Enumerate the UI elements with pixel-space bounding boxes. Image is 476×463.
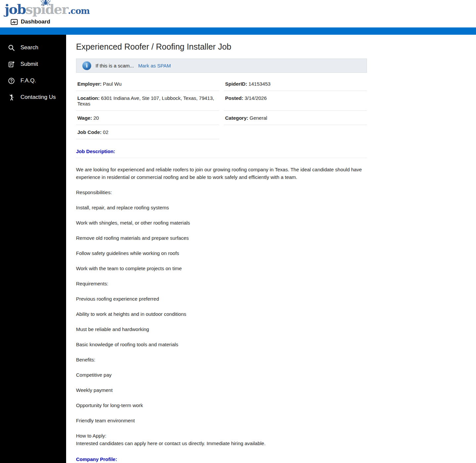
- sidebar-item-contact[interactable]: Contacting Us: [0, 89, 66, 105]
- job-description-paragraph: Responsibilities:: [76, 189, 367, 196]
- field-spiderid: SpiderID:14153453: [224, 77, 367, 91]
- field-employer: Employer:Paul Wu: [76, 77, 219, 91]
- submit-icon: [8, 61, 15, 68]
- field-category: Category:General: [224, 111, 367, 125]
- dashboard-label: Dashboard: [21, 19, 50, 25]
- job-description-paragraph: Install, repair, and replace roofing sys…: [76, 204, 367, 211]
- job-description-paragraph: Benefits:: [76, 356, 367, 363]
- sidebar-item-submit[interactable]: Submit: [0, 56, 66, 72]
- job-description-paragraph: How to Apply: Interested candidates can …: [76, 432, 367, 447]
- faq-icon: [8, 77, 15, 84]
- job-description-paragraph: Requirements:: [76, 280, 367, 287]
- sidebar-item-search[interactable]: Search: [0, 39, 66, 56]
- job-description-paragraph: Remove old roofing materials and prepare…: [76, 234, 367, 242]
- dashboard-icon: [11, 19, 18, 25]
- job-description-paragraph: Friendly team environment: [76, 417, 367, 424]
- field-posted: Posted:3/14/2026: [224, 91, 367, 111]
- main-content: Experienced Roofer / Roofing Installer J…: [66, 35, 476, 463]
- logo-text-com: .com: [68, 6, 90, 16]
- scam-text: If this is a scam...: [96, 63, 134, 68]
- sidebar-item-label: Search: [20, 44, 38, 51]
- accent-bar: [0, 27, 476, 35]
- job-description-paragraph: Work with shingles, metal, or other roof…: [76, 219, 367, 227]
- field-wage: Wage:20: [76, 111, 219, 125]
- contact-icon: [8, 94, 15, 101]
- sidebar-item-faq[interactable]: F.A.Q.: [0, 72, 66, 89]
- spider-icon: [41, 0, 51, 6]
- job-description-paragraph: Competitive pay: [76, 371, 367, 379]
- job-description-paragraph: Basic knowledge of roofing tools and mat…: [76, 341, 367, 348]
- sidebar: Search Submit: [0, 35, 66, 463]
- field-empty: [224, 125, 367, 139]
- job-description-paragraph: Weekly payment: [76, 386, 367, 394]
- search-icon: [8, 44, 15, 51]
- dashboard-link[interactable]: Dashboard: [11, 19, 50, 25]
- logo-text-job: job: [5, 1, 25, 17]
- job-description-paragraph: Work with the team to complete projects …: [76, 265, 367, 272]
- job-fields: Employer:Paul Wu SpiderID:14153453 Locat…: [76, 77, 367, 139]
- job-description-heading: Job Description:: [76, 148, 367, 154]
- scam-banner: i If this is a scam... Mark as SPAM: [76, 59, 367, 73]
- job-description-paragraph: Follow safety guidelines while working o…: [76, 249, 367, 257]
- page-title: Experienced Roofer / Roofing Installer J…: [76, 42, 367, 52]
- field-location: Location:6301 Indiana Ave, Ste 107, Lubb…: [76, 91, 219, 111]
- sidebar-item-label: Submit: [20, 61, 38, 67]
- field-jobcode: Job Code:02: [76, 125, 219, 139]
- section-divider: [76, 158, 367, 158]
- mark-spam-link[interactable]: Mark as SPAM: [138, 63, 171, 68]
- job-description-paragraph: We are looking for experienced and relia…: [76, 166, 367, 181]
- sidebar-item-label: F.A.Q.: [20, 77, 36, 84]
- app-header: job spider.com Dashboard: [0, 0, 476, 25]
- info-icon: i: [82, 61, 91, 70]
- job-description-paragraph: Opportunity for long-term work: [76, 401, 367, 409]
- company-profile-heading: Company Profile:: [76, 456, 367, 462]
- site-logo: job spider.com: [5, 2, 90, 17]
- job-description-paragraph: Must be reliable and hardworking: [76, 325, 367, 333]
- sidebar-item-label: Contacting Us: [20, 94, 56, 101]
- job-description-paragraph: Previous roofing experience preferred: [76, 295, 367, 303]
- job-description-paragraph: Ability to work at heights and in outdoo…: [76, 310, 367, 318]
